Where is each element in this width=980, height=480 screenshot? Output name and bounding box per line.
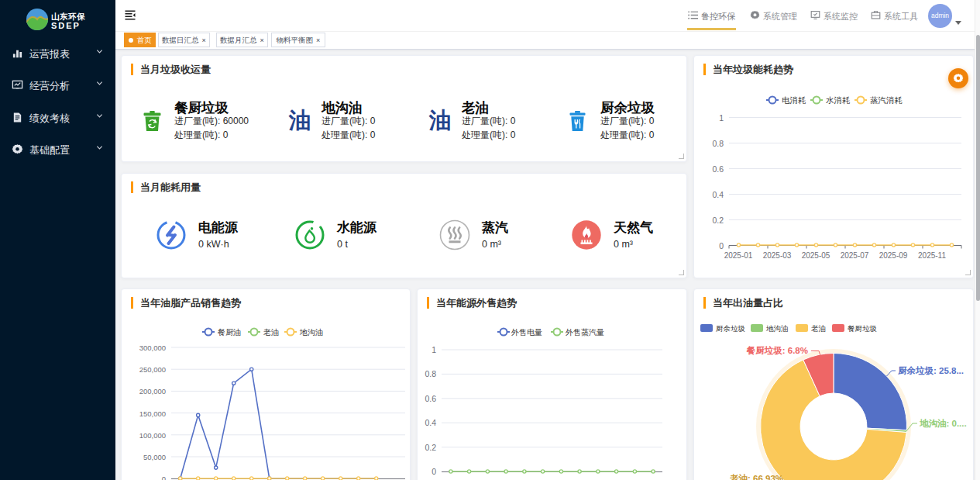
svg-text:0.4: 0.4: [425, 418, 436, 427]
svg-text:0.8: 0.8: [425, 369, 436, 378]
svg-text:蒸汽消耗: 蒸汽消耗: [870, 95, 903, 105]
svg-text:300,000: 300,000: [139, 344, 166, 352]
svg-text:餐厨垃圾: 6.8%: 餐厨垃圾: 6.8%: [746, 346, 808, 355]
svg-text:2025-01: 2025-01: [724, 251, 753, 260]
svg-text:2025-09: 2025-09: [879, 251, 908, 260]
svg-text:0.2: 0.2: [425, 443, 436, 452]
svg-text:餐厨垃圾: 餐厨垃圾: [848, 324, 877, 333]
svg-text:0: 0: [162, 475, 166, 480]
svg-text:2025-03: 2025-03: [763, 251, 792, 260]
svg-text:0: 0: [719, 241, 724, 250]
svg-text:厨余垃圾: 厨余垃圾: [716, 324, 745, 333]
svg-text:外售电量: 外售电量: [511, 328, 542, 337]
svg-text:0: 0: [432, 467, 436, 476]
svg-text:水消耗: 水消耗: [826, 95, 851, 105]
svg-text:地沟油: 地沟油: [299, 328, 323, 337]
svg-text:老油: 66.93%: 老油: 66.93%: [729, 474, 783, 480]
svg-text:地沟油: 地沟油: [765, 324, 789, 333]
svg-text:1: 1: [719, 113, 724, 123]
svg-text:2025-07: 2025-07: [841, 251, 869, 260]
svg-text:0.6: 0.6: [425, 394, 436, 403]
svg-text:厨余垃圾: 25.8...: 厨余垃圾: 25.8...: [897, 366, 964, 375]
svg-text:150,000: 150,000: [139, 409, 166, 418]
svg-text:餐厨油: 餐厨油: [218, 328, 241, 337]
svg-text:50,000: 50,000: [143, 453, 166, 461]
svg-text:老油: 老油: [263, 328, 279, 337]
svg-text:地沟油: 0....: 地沟油: 0....: [919, 419, 967, 428]
svg-text:外售蒸汽量: 外售蒸汽量: [565, 328, 604, 337]
svg-text:2025-05: 2025-05: [802, 251, 830, 260]
svg-text:0.4: 0.4: [712, 190, 724, 199]
svg-text:0.6: 0.6: [712, 164, 724, 174]
svg-text:2025-11: 2025-11: [918, 251, 946, 260]
svg-text:100,000: 100,000: [139, 431, 166, 440]
svg-text:老油: 老油: [811, 324, 826, 333]
svg-text:250,000: 250,000: [139, 365, 166, 374]
svg-text:0.8: 0.8: [712, 139, 724, 148]
svg-text:1: 1: [432, 345, 436, 354]
svg-text:电消耗: 电消耗: [782, 95, 806, 105]
svg-text:0.2: 0.2: [712, 216, 724, 225]
svg-text:200,000: 200,000: [139, 387, 166, 395]
